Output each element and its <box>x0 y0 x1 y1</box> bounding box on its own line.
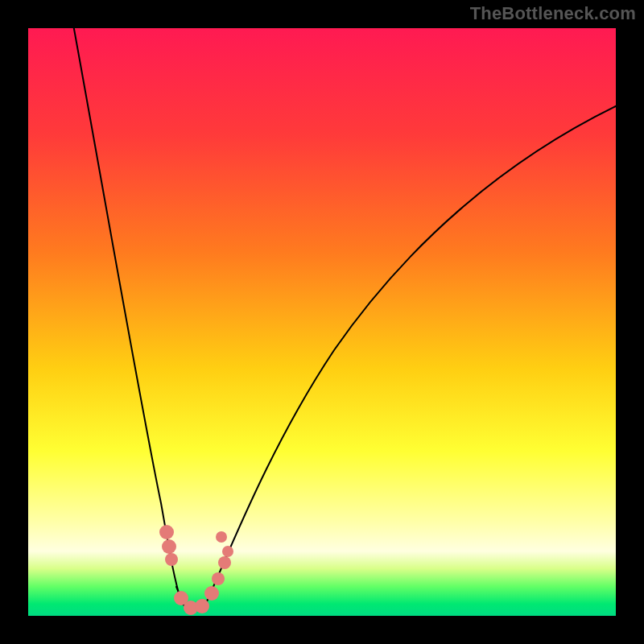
chart-frame: TheBottleneck.com <box>0 0 644 644</box>
marker-dot <box>159 525 174 539</box>
curve-layer <box>28 28 616 616</box>
plot-area <box>28 28 616 616</box>
marker-dot <box>218 556 231 569</box>
marker-dot <box>165 553 178 566</box>
marker-dot <box>222 546 233 557</box>
curve-left-branch <box>72 20 181 601</box>
marker-dot <box>204 586 219 601</box>
marker-dot <box>216 531 227 543</box>
marker-dot <box>162 539 176 554</box>
marker-dot <box>212 572 225 585</box>
marker-dot <box>195 599 209 613</box>
watermark-text: TheBottleneck.com <box>470 3 636 24</box>
curve-right-branch <box>207 105 617 601</box>
